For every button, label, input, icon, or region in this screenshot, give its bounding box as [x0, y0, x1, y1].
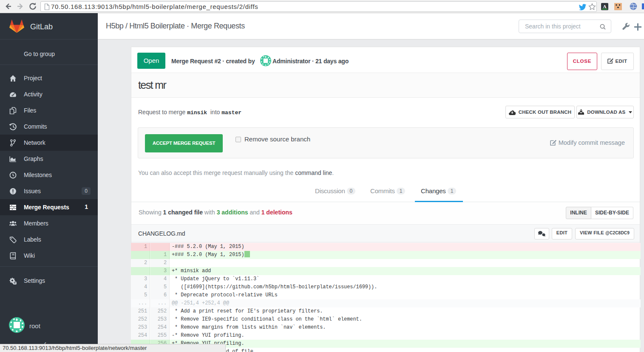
- svg-text:A: A: [603, 4, 607, 9]
